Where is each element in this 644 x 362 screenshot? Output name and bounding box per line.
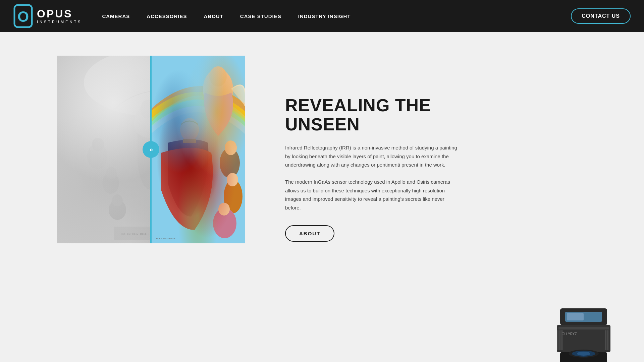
main-content: HRC EST HEA • DESC... [0, 32, 644, 362]
nav-industry-insight[interactable]: INDUSTRY INSIGHT [298, 13, 351, 19]
image-comparison-widget[interactable]: HRC EST HEA • DESC... [57, 56, 245, 243]
section-description: Infrared Reflectography (IRR) is a non-i… [285, 143, 460, 212]
svg-rect-41 [559, 330, 560, 350]
svg-rect-40 [557, 330, 558, 350]
drag-arrows: ‹› [150, 146, 152, 153]
nav-accessories[interactable]: ACCESSORIES [147, 13, 187, 19]
section-title: REVEALING THE UNSEEN [285, 96, 460, 134]
about-button[interactable]: ABOUT [285, 225, 334, 242]
right-content: REVEALING THE UNSEEN Infrared Reflectogr… [285, 56, 460, 242]
logo-subtitle: INSTRUMENTS [37, 20, 82, 24]
svg-point-14 [109, 200, 126, 220]
nav-about[interactable]: ABOUT [204, 13, 223, 19]
painting-color-svg: ...SOLE AND.OSIRIS... [151, 56, 245, 243]
description-paragraph-2: The modern InGaAs sensor technology used… [285, 178, 460, 212]
nav-cameras[interactable]: CAMERAS [102, 13, 130, 19]
svg-rect-38 [558, 327, 609, 329]
description-paragraph-1: Infrared Reflectography (IRR) is a non-i… [285, 143, 460, 169]
svg-point-26 [220, 148, 240, 178]
svg-rect-43 [605, 330, 606, 350]
svg-point-27 [225, 140, 237, 155]
svg-point-24 [180, 118, 199, 141]
svg-rect-21 [151, 56, 245, 243]
opus-logo-icon: O [13, 4, 33, 28]
svg-rect-42 [561, 330, 562, 350]
nav-case-studies[interactable]: CASE STUDIES [240, 13, 281, 19]
logo-title: OPUS [37, 8, 82, 19]
logo-text: OPUS INSTRUMENTS [37, 8, 82, 24]
svg-text:OLLYRYZ: OLLYRYZ [562, 332, 577, 336]
svg-point-31 [218, 203, 230, 216]
main-nav: CAMERAS ACCESSORIES ABOUT CASE STUDIES I… [102, 13, 351, 19]
camera-lens-decoration: OLLYRYZ [550, 295, 617, 362]
svg-point-48 [577, 352, 590, 356]
svg-text:O: O [17, 8, 29, 25]
comparison-drag-handle[interactable]: ‹› [143, 141, 159, 158]
svg-rect-37 [567, 313, 584, 320]
svg-point-9 [92, 138, 104, 151]
site-header: O OPUS INSTRUMENTS CAMERAS ACCESSORIES A… [0, 0, 644, 32]
svg-point-28 [224, 180, 243, 213]
lens-svg: OLLYRYZ [550, 295, 617, 362]
svg-text:HRC EST HEA • DESC...: HRC EST HEA • DESC... [121, 233, 149, 236]
contact-button[interactable]: CONTACT US [571, 8, 631, 24]
color-image: ...SOLE AND.OSIRIS... [151, 56, 245, 243]
svg-rect-25 [183, 139, 196, 143]
svg-point-11 [106, 167, 117, 179]
svg-point-30 [213, 208, 236, 238]
svg-point-22 [203, 69, 233, 109]
svg-rect-44 [607, 330, 608, 350]
svg-point-10 [102, 172, 119, 194]
svg-point-29 [227, 173, 238, 186]
svg-point-15 [112, 194, 123, 206]
svg-point-23 [209, 66, 227, 86]
svg-text:...SOLE AND.OSIRIS...: ...SOLE AND.OSIRIS... [154, 237, 177, 240]
svg-point-8 [87, 143, 107, 169]
logo[interactable]: O OPUS INSTRUMENTS [13, 4, 82, 28]
header-left: O OPUS INSTRUMENTS CAMERAS ACCESSORIES A… [13, 4, 351, 28]
